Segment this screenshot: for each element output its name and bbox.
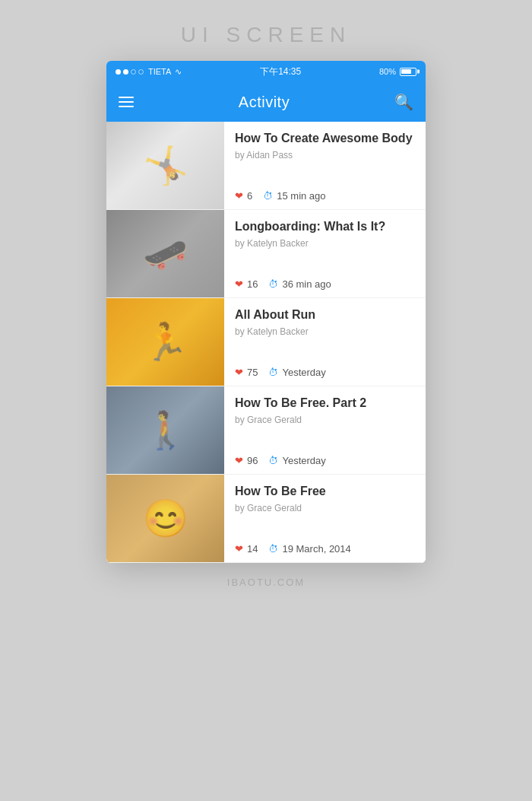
- article-meta-2: ❤ 16 ⏱ 36 min ago: [235, 278, 415, 290]
- status-time: 下午14:35: [260, 65, 301, 78]
- battery-fill: [401, 69, 411, 74]
- footer-label: IBAOTU.COM: [227, 577, 305, 588]
- article-title-3: All About Run: [235, 307, 415, 323]
- search-button[interactable]: 🔍: [394, 93, 413, 111]
- article-content-4: How To Be Free. Part 2 by Grace Gerald ❤…: [224, 386, 426, 474]
- article-time-1: ⏱ 15 min ago: [263, 190, 325, 202]
- time-text-4: Yesterday: [282, 455, 325, 466]
- article-time-4: ⏱ Yesterday: [268, 455, 325, 466]
- clock-icon-1: ⏱: [263, 190, 273, 202]
- article-time-2: ⏱ 36 min ago: [268, 278, 331, 290]
- status-bar: TIETA ∿ 下午14:35 80%: [106, 61, 426, 82]
- article-content-3: All About Run by Katelyn Backer ❤ 75 ⏱ Y…: [224, 298, 426, 386]
- article-meta-3: ❤ 75 ⏱ Yesterday: [235, 367, 415, 378]
- article-thumbnail-5: [106, 475, 224, 562]
- article-title-2: Longboarding: What Is It?: [235, 219, 415, 235]
- battery-icon: [400, 68, 416, 76]
- article-likes-2: ❤ 16: [235, 278, 258, 290]
- article-thumbnail-3: [106, 298, 224, 386]
- article-item[interactable]: All About Run by Katelyn Backer ❤ 75 ⏱ Y…: [106, 298, 426, 386]
- likes-count-4: 96: [247, 455, 258, 466]
- dot-3: [131, 69, 136, 75]
- heart-icon-4: ❤: [235, 455, 243, 466]
- article-title-4: How To Be Free. Part 2: [235, 396, 415, 412]
- article-author-5: by Grace Gerald: [235, 503, 415, 513]
- article-likes-5: ❤ 14: [235, 543, 258, 555]
- article-likes-1: ❤ 6: [235, 190, 252, 202]
- article-meta-5: ❤ 14 ⏱ 19 March, 2014: [235, 543, 415, 555]
- time-text-5: 19 March, 2014: [282, 543, 350, 555]
- article-time-3: ⏱ Yesterday: [268, 367, 325, 378]
- article-author-1: by Aidan Pass: [235, 150, 415, 161]
- phone-frame: TIETA ∿ 下午14:35 80% Activity 🔍 How To Cr…: [106, 61, 426, 563]
- dot-4: [138, 69, 144, 75]
- dot-2: [123, 69, 128, 75]
- likes-count-5: 14: [247, 543, 258, 555]
- article-item[interactable]: How To Create Awesome Body by Aidan Pass…: [106, 122, 426, 210]
- article-item[interactable]: Longboarding: What Is It? by Katelyn Bac…: [106, 210, 426, 298]
- article-content-5: How To Be Free by Grace Gerald ❤ 14 ⏱ 19…: [224, 475, 426, 562]
- article-title-5: How To Be Free: [235, 484, 415, 500]
- heart-icon-5: ❤: [235, 543, 243, 555]
- menu-button[interactable]: [119, 97, 134, 107]
- article-author-4: by Grace Gerald: [235, 415, 415, 425]
- time-text-1: 15 min ago: [277, 190, 325, 202]
- carrier-text: TIETA: [148, 67, 171, 76]
- article-author-2: by Katelyn Backer: [235, 238, 415, 249]
- article-list: How To Create Awesome Body by Aidan Pass…: [106, 122, 426, 563]
- wifi-icon: ∿: [175, 67, 182, 77]
- heart-icon-3: ❤: [235, 367, 243, 378]
- article-content-2: Longboarding: What Is It? by Katelyn Bac…: [224, 210, 426, 297]
- article-image-1: [106, 122, 224, 209]
- article-thumbnail-1: [106, 122, 224, 209]
- battery-text: 80%: [379, 67, 396, 76]
- page-title-label: UI SCREEN: [181, 23, 351, 47]
- clock-icon-4: ⏱: [268, 455, 278, 466]
- article-likes-4: ❤ 96: [235, 455, 258, 466]
- article-image-3: [106, 298, 224, 386]
- article-content-1: How To Create Awesome Body by Aidan Pass…: [224, 122, 426, 209]
- article-image-4: [106, 386, 224, 474]
- likes-count-1: 6: [247, 190, 252, 202]
- article-image-5: [106, 475, 224, 562]
- clock-icon-2: ⏱: [268, 278, 278, 290]
- article-time-5: ⏱ 19 March, 2014: [268, 543, 350, 555]
- clock-icon-5: ⏱: [268, 543, 278, 555]
- clock-icon-3: ⏱: [268, 367, 278, 378]
- likes-count-2: 16: [247, 278, 258, 290]
- article-item[interactable]: How To Be Free by Grace Gerald ❤ 14 ⏱ 19…: [106, 475, 426, 563]
- dot-1: [116, 69, 121, 75]
- article-title-1: How To Create Awesome Body: [235, 131, 415, 147]
- time-text-3: Yesterday: [282, 367, 325, 378]
- heart-icon-2: ❤: [235, 278, 243, 290]
- time-text-2: 36 min ago: [282, 278, 331, 290]
- article-thumbnail-4: [106, 386, 224, 474]
- article-meta-4: ❤ 96 ⏱ Yesterday: [235, 455, 415, 466]
- article-thumbnail-2: [106, 210, 224, 297]
- article-image-2: [106, 210, 224, 297]
- status-right: 80%: [379, 67, 416, 76]
- likes-count-3: 75: [247, 367, 258, 378]
- heart-icon-1: ❤: [235, 190, 243, 202]
- article-item[interactable]: How To Be Free. Part 2 by Grace Gerald ❤…: [106, 386, 426, 475]
- app-bar: Activity 🔍: [106, 82, 426, 122]
- app-bar-title: Activity: [239, 94, 290, 111]
- status-left: TIETA ∿: [116, 67, 182, 77]
- article-meta-1: ❤ 6 ⏱ 15 min ago: [235, 190, 415, 202]
- article-likes-3: ❤ 75: [235, 367, 258, 378]
- article-author-3: by Katelyn Backer: [235, 326, 415, 337]
